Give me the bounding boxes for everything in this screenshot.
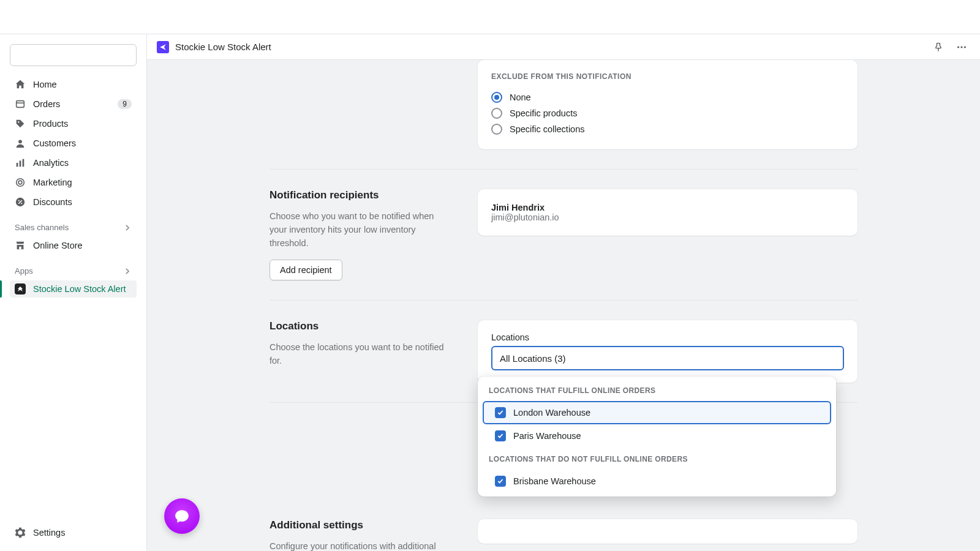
content-scroll[interactable]: Exclude from this notification None Spec…: [147, 60, 980, 551]
sidebar-item-label: Analytics: [33, 158, 132, 168]
top-whitespace: [0, 0, 980, 34]
svg-rect-3: [17, 163, 18, 167]
sidebar-item-label: Stockie Low Stock Alert: [33, 284, 132, 294]
add-recipient-button[interactable]: Add recipient: [270, 260, 342, 280]
radio-label: None: [510, 92, 531, 102]
sidebar-section-sales-channels[interactable]: Sales channels: [10, 218, 137, 234]
customers-icon: [15, 138, 26, 149]
sidebar-item-label: Orders: [33, 99, 110, 109]
sidebar-item-marketing[interactable]: Marketing: [10, 174, 137, 191]
chat-icon: [174, 508, 190, 524]
radio-label: Specific products: [510, 108, 577, 118]
locations-select[interactable]: All Locations (3): [491, 346, 844, 370]
sidebar-item-label: Marketing: [33, 178, 132, 187]
locations-field-label: Locations: [491, 332, 844, 342]
chevron-right-icon: [123, 223, 132, 232]
radio-icon: [491, 92, 502, 103]
sidebar-item-label: Home: [33, 80, 132, 89]
locations-title: Locations: [270, 320, 453, 332]
section-recipients: Notification recipients Choose who you w…: [270, 170, 858, 301]
recipient-email: jimi@plutonian.io: [491, 212, 844, 222]
app-header: Stockie Low Stock Alert: [147, 34, 980, 60]
home-icon: [15, 79, 26, 90]
section-locations: Locations Choose the locations you want …: [270, 301, 858, 403]
location-option-label: Paris Warehouse: [513, 431, 581, 441]
sidebar-section-label: Sales channels: [15, 223, 69, 232]
recipient-name: Jimi Hendrix: [491, 203, 844, 212]
app-logo-icon: [157, 41, 169, 53]
svg-point-7: [18, 181, 22, 184]
additional-desc: Configure your notifications with additi…: [270, 540, 453, 551]
marketing-icon: [15, 177, 26, 188]
svg-rect-5: [23, 159, 24, 167]
checkbox-checked-icon: [495, 476, 506, 487]
svg-point-2: [18, 140, 22, 143]
svg-point-1: [18, 121, 19, 122]
svg-point-12: [957, 46, 959, 48]
location-option-brisbane[interactable]: Brisbane Warehouse: [483, 470, 831, 493]
store-icon: [15, 240, 26, 251]
sidebar-item-label: Customers: [33, 138, 132, 148]
radio-icon: [491, 108, 502, 119]
main: Stockie Low Stock Alert Exclude from thi…: [147, 34, 980, 551]
app-title: Stockie Low Stock Alert: [175, 42, 924, 52]
section-exclude: Exclude from this notification None Spec…: [270, 60, 858, 170]
analytics-icon: [15, 157, 26, 168]
sidebar-item-home[interactable]: Home: [10, 76, 137, 93]
orders-badge: 9: [118, 99, 132, 109]
svg-point-13: [960, 46, 962, 48]
svg-rect-4: [20, 160, 21, 167]
checkbox-checked-icon: [495, 407, 506, 418]
gear-icon: [15, 527, 26, 538]
sidebar-section-apps[interactable]: Apps: [10, 261, 137, 278]
sidebar-item-analytics[interactable]: Analytics: [10, 154, 137, 171]
svg-point-14: [964, 46, 966, 48]
locations-select-value: All Locations (3): [500, 353, 566, 364]
location-option-paris[interactable]: Paris Warehouse: [483, 424, 831, 448]
sidebar-item-label: Discounts: [33, 197, 132, 207]
dropdown-heading-fulfill: Locations that fulfill online orders: [478, 385, 836, 401]
sidebar-item-orders[interactable]: Orders 9: [10, 96, 137, 113]
sidebar-item-stockie-app[interactable]: Stockie Low Stock Alert: [10, 280, 137, 298]
products-icon: [15, 118, 26, 129]
svg-point-10: [21, 203, 22, 204]
chevron-right-icon: [123, 267, 132, 276]
exclude-heading: Exclude from this notification: [491, 72, 844, 81]
checkbox-checked-icon: [495, 430, 506, 441]
radio-exclude-collections[interactable]: Specific collections: [491, 121, 844, 137]
recipients-desc: Choose who you want to be notified when …: [270, 210, 453, 250]
radio-icon: [491, 124, 502, 135]
additional-title: Additional settings: [270, 519, 453, 531]
sidebar: Home Orders 9 Products Customers Analyti…: [0, 34, 147, 551]
discounts-icon: [15, 197, 26, 208]
sidebar-item-label: Products: [33, 119, 132, 129]
additional-card: [478, 519, 858, 544]
more-button[interactable]: [953, 39, 970, 56]
sidebar-item-discounts[interactable]: Discounts: [10, 193, 137, 211]
sidebar-item-settings[interactable]: Settings: [10, 524, 137, 541]
exclude-card: Exclude from this notification None Spec…: [478, 60, 858, 149]
chat-fab[interactable]: [164, 498, 200, 534]
radio-label: Specific collections: [510, 124, 585, 134]
pin-button[interactable]: [930, 39, 947, 56]
search-input[interactable]: [10, 44, 137, 66]
locations-card: Locations All Locations (3): [478, 320, 858, 383]
location-option-london[interactable]: London Warehouse: [483, 401, 831, 424]
recipient-card: Jimi Hendrix jimi@plutonian.io: [478, 189, 858, 236]
radio-exclude-none[interactable]: None: [491, 89, 844, 105]
svg-rect-0: [17, 101, 24, 108]
dropdown-heading-nofulfill: Locations that do not fulfill online ord…: [478, 454, 836, 470]
svg-rect-11: [19, 247, 21, 250]
location-option-label: London Warehouse: [513, 408, 590, 418]
sidebar-item-online-store[interactable]: Online Store: [10, 237, 137, 254]
locations-dropdown: Locations that fulfill online orders Lon…: [478, 377, 836, 497]
sidebar-item-label: Online Store: [33, 241, 132, 250]
sidebar-item-label: Settings: [33, 528, 132, 538]
svg-point-6: [17, 179, 24, 187]
sidebar-item-products[interactable]: Products: [10, 115, 137, 132]
app-icon: [15, 283, 26, 294]
radio-exclude-products[interactable]: Specific products: [491, 105, 844, 121]
sidebar-section-label: Apps: [15, 266, 33, 276]
sidebar-item-customers[interactable]: Customers: [10, 135, 137, 152]
orders-icon: [15, 99, 26, 110]
